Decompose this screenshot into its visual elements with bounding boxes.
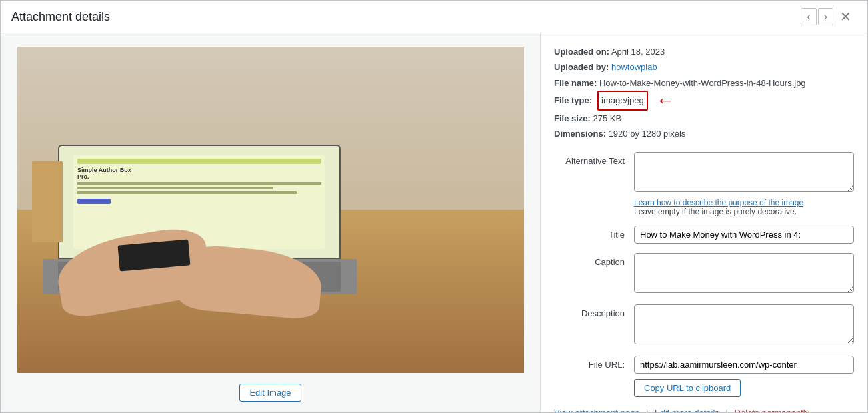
alt-text-field: Learn how to describe the purpose of the…	[634, 152, 854, 216]
screen-bar	[77, 159, 321, 164]
description-label: Description	[554, 304, 634, 318]
file-size: File size: 275 KB	[554, 111, 854, 126]
file-url-row: File URL: Copy URL to clipboard	[554, 356, 854, 397]
red-arrow-indicator: ←	[656, 91, 675, 110]
file-url-input[interactable]	[634, 356, 854, 374]
screen-text-3	[77, 191, 297, 194]
attachment-details-modal: Attachment details ‹ › ✕	[0, 0, 868, 413]
uploaded-on: Uploaded on: April 18, 2023	[554, 44, 854, 59]
file-type-highlight: image/jpeg	[597, 91, 648, 110]
caption-field	[634, 253, 854, 295]
file-metadata: Uploaded on: April 18, 2023 Uploaded by:…	[554, 44, 854, 141]
desk-figurine	[32, 161, 63, 243]
image-bottom-bar: Edit Image	[11, 376, 529, 402]
edit-more-details-link[interactable]: Edit more details	[655, 408, 719, 412]
copy-url-button[interactable]: Copy URL to clipboard	[634, 379, 741, 397]
close-button[interactable]: ✕	[835, 7, 857, 26]
modal-title: Attachment details	[11, 10, 110, 24]
title-input[interactable]	[634, 226, 854, 244]
file-url-label: File URL:	[554, 356, 634, 370]
bottom-actions: View attachment page | Edit more details…	[554, 408, 854, 412]
screen-text-2	[77, 187, 273, 189]
screen-text-1	[77, 182, 321, 185]
file-type-row: File type: image/jpeg ←	[554, 91, 854, 110]
caption-input[interactable]	[634, 253, 854, 293]
description-field	[634, 304, 854, 346]
alt-text-learn-link[interactable]: Learn how to describe the purpose of the…	[634, 198, 803, 207]
alt-text-input[interactable]	[634, 152, 854, 192]
screen-content: Simple Author BoxPro.	[73, 155, 325, 249]
main-image: Simple Author BoxPro.	[17, 47, 524, 373]
modal-nav-buttons: ‹ › ✕	[801, 7, 857, 26]
title-label: Title	[554, 226, 634, 240]
title-field	[634, 226, 854, 244]
view-attachment-link[interactable]: View attachment page	[554, 408, 639, 412]
edit-image-button[interactable]: Edit Image	[239, 384, 301, 402]
separator-2: |	[726, 408, 728, 412]
image-container: Simple Author BoxPro.	[11, 44, 529, 376]
file-name: File name: How-to-Make-Money-with-WordPr…	[554, 75, 854, 91]
screen-cta-button	[77, 199, 111, 204]
prev-button[interactable]: ‹	[801, 8, 816, 25]
next-button[interactable]: ›	[818, 8, 833, 25]
alt-text-label: Alternative Text	[554, 152, 634, 166]
modal-body: Simple Author BoxPro.	[1, 33, 867, 412]
image-panel: Simple Author BoxPro.	[1, 33, 541, 412]
description-input[interactable]	[634, 304, 854, 344]
separator-1: |	[646, 408, 648, 412]
description-row: Description	[554, 304, 854, 346]
alt-text-hint: Learn how to describe the purpose of the…	[634, 198, 854, 216]
modal-header: Attachment details ‹ › ✕	[1, 1, 867, 33]
details-panel: Uploaded on: April 18, 2023 Uploaded by:…	[541, 33, 867, 412]
caption-label: Caption	[554, 253, 634, 267]
dimensions: Dimensions: 1920 by 1280 pixels	[554, 126, 854, 141]
delete-permanently-link[interactable]: Delete permanently	[735, 408, 810, 412]
screen-title: Simple Author BoxPro.	[77, 167, 321, 180]
uploaded-by: Uploaded by: howtowplab	[554, 59, 854, 75]
title-row: Title	[554, 226, 854, 244]
caption-row: Caption	[554, 253, 854, 295]
alt-text-row: Alternative Text Learn how to describe t…	[554, 152, 854, 216]
file-url-field: Copy URL to clipboard	[634, 356, 854, 397]
uploaded-by-link[interactable]: howtowplab	[611, 62, 657, 72]
